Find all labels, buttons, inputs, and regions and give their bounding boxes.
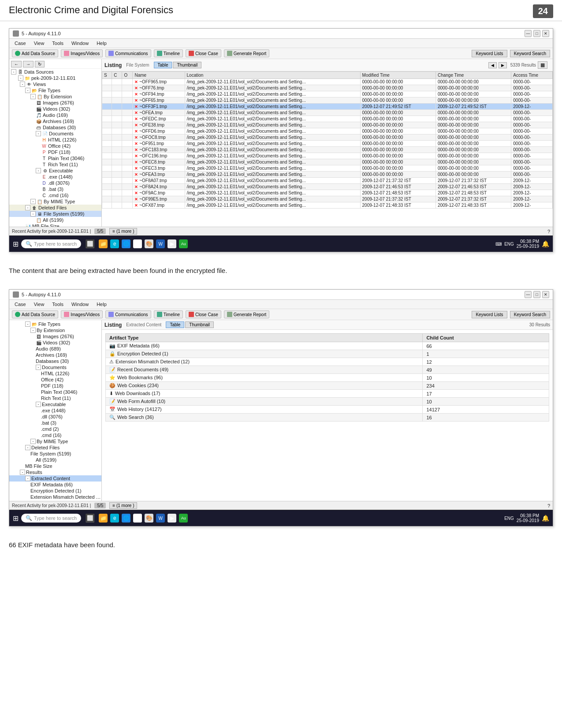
menu2-view[interactable]: View [30,301,48,308]
table-row[interactable]: ✕ ~OF8A24.tmp /img_pek-2009-12-11.E01/vo… [102,184,553,190]
col-change[interactable]: Change Time [435,72,511,79]
table-view-tab-2[interactable]: Table [166,321,184,328]
col-modified[interactable]: Modified Time [360,72,435,79]
deleted-toggle-2[interactable]: - [25,445,30,450]
sidebar-item-executable[interactable]: - ⚙ Executable [9,168,101,174]
list-item[interactable]: 📷EXIF Metadata (66) 66 [106,342,549,350]
sidebar2-item-encryption[interactable]: Encryption Detected (1) [9,488,101,494]
sidebar-item-by-extension[interactable]: - 📋 By Extension [9,93,101,100]
sidebar-item-dll[interactable]: D .dll (3076) [9,180,101,186]
sidebar-item-bat[interactable]: B .bat (3) [9,186,101,192]
sidebar-item-plain-text[interactable]: T Plain Text (3046) [9,155,101,161]
sidebar-item-case[interactable]: - 📁 pek-2009-12-11.E01 [9,75,101,81]
file-types-toggle-2[interactable]: - [25,321,30,327]
sidebar2-item-plain-text[interactable]: Plain Text (3046) [9,389,101,395]
table-row[interactable]: ✕ ~OFEC8.tmp /img_pek-2009-12-11.E01/vol… [102,159,553,165]
taskbar2-word-icon[interactable]: W [156,514,165,523]
keyword-lists-button[interactable]: Keyword Lists [472,50,507,57]
sidebar2-item-results[interactable]: - Results [9,469,101,475]
by-extension-toggle-2[interactable]: - [30,328,36,333]
table-row[interactable]: ✕ ~OF8A07.tmp /img_pek-2009-12-11.E01/vo… [102,178,553,184]
sidebar-item-deleted-files[interactable]: - 🗑 Deleted Files [9,205,101,211]
table-row[interactable]: ✕ ~OFF65.tmp /img_pek-2009-12-11.E01/vol… [102,97,553,104]
list-item[interactable]: ⭐Web Bookmarks (96) 10 [106,374,549,382]
table-view-tab[interactable]: Table [154,62,172,68]
timeline-button[interactable]: Timeline [154,49,183,57]
taskbar-paint-icon[interactable]: 🎨 [145,239,153,248]
results-toggle-2[interactable]: - [20,470,25,475]
sidebar2-item-images[interactable]: 🖼 Images (2676) [9,333,101,340]
sidebar2-item-exif[interactable]: EXIF Metadata (66) [9,482,101,488]
timeline-button-2[interactable]: Timeline [154,310,183,318]
deleted-files-toggle[interactable]: - [25,205,30,210]
keyword-search-button[interactable]: Keyword Search [510,50,550,57]
nav-refresh-button[interactable]: ↻ [35,61,45,67]
sidebar2-item-file-system[interactable]: File System (5199) [9,451,101,457]
sidebar2-item-by-extension[interactable]: - By Extension [9,327,101,333]
col-s[interactable]: S [102,72,112,79]
sidebar-item-office[interactable]: W Office (42) [9,143,101,149]
documents-toggle[interactable]: - [36,131,41,136]
sidebar-item-videos[interactable]: 🎬 Videos (302) [9,106,101,112]
maximize-button-2[interactable]: □ [533,291,540,298]
documents-toggle-2[interactable]: - [36,365,41,370]
table-row[interactable]: ✕ ~OFFD6.tmp /img_pek-2009-12-11.E01/vol… [102,128,553,134]
sidebar2-item-audio[interactable]: Audio (689) [9,346,101,352]
taskbar2-paint-icon[interactable]: 🎨 [145,514,153,523]
table-row[interactable]: ✕ ~OF99E5.tmp /img_pek-2009-12-11.E01/vo… [102,196,553,202]
sidebar2-item-executable[interactable]: - Executable [9,401,101,407]
minimize-button[interactable]: — [525,30,532,37]
views-toggle[interactable]: - [20,82,25,87]
taskbar-edge-icon[interactable]: e [110,239,119,248]
case-toggle[interactable]: - [18,75,23,81]
taskbar-media-icon[interactable]: ▶ [167,239,176,248]
menu2-tools[interactable]: Tools [48,301,67,308]
taskbar-file-explorer-icon[interactable]: 📁 [99,239,108,248]
col-o[interactable]: O [122,72,133,79]
file-system-toggle[interactable]: - [30,211,36,217]
status-more-button[interactable]: ≡ (1 more ) [109,228,137,235]
sidebar-item-mb-file-size[interactable]: 📊 MB File Size [9,223,101,227]
file-types-toggle[interactable]: - [25,88,30,93]
sidebar-item-by-mime[interactable]: - 📋 By MIME Type [9,198,101,205]
executable-toggle[interactable]: - [36,168,41,173]
sidebar2-item-html[interactable]: HTML (1226) [9,370,101,377]
table-row[interactable]: ✕ ~OFC183.tmp /img_pek-2009-12-11.E01/vo… [102,147,553,153]
close-button-2[interactable]: ✕ [542,291,549,298]
sidebar-item-rich-text[interactable]: T Rich Text (11) [9,161,101,168]
menu-view[interactable]: View [30,40,48,47]
keyword-search-button-2[interactable]: Keyword Search [510,311,550,318]
table-row[interactable]: ✕ ~OFE38.tmp /img_pek-2009-12-11.E01/vol… [102,122,553,128]
executable-toggle-2[interactable]: - [36,402,41,407]
grid-view-button[interactable]: ▦ [538,61,547,69]
list-item[interactable]: 🍪Web Cookies (234) 234 [106,382,549,390]
sidebar-item-images[interactable]: 🖼 Images (2676) [9,100,101,106]
by-extension-toggle[interactable]: - [30,94,36,99]
sidebar-item-databases[interactable]: 🗃 Databases (30) [9,124,101,131]
list-item[interactable]: 🔒Encryption Detected (1) 1 [106,350,549,358]
sidebar2-item-ext-mismatch[interactable]: Extension Mismatch Detected (12) [9,494,101,500]
col-c[interactable]: C [112,72,122,79]
keyword-lists-button-2[interactable]: Keyword Lists [472,311,507,318]
sidebar2-item-dll[interactable]: .dll (3076) [9,414,101,420]
taskbar2-ie-icon[interactable]: 🌐 [122,514,130,523]
sidebar2-item-deleted[interactable]: - Deleted Files [9,444,101,451]
table-row[interactable]: ✕ ~OFEC3.tmp /img_pek-2009-12-11.E01/vol… [102,165,553,172]
sidebar-item-archives[interactable]: 📦 Archives (169) [9,118,101,124]
status2-more-button[interactable]: ≡ (1 more ) [109,502,137,509]
add-data-source-button[interactable]: Add Data Source [12,49,58,57]
close-case-button-2[interactable]: Close Case [186,310,221,318]
taskbar-ie-icon[interactable]: 🌐 [122,239,130,248]
list-item[interactable]: 📝Recent Documents (49) 49 [106,366,549,374]
thumbnail-view-tab[interactable]: Thumbnail [173,62,201,68]
help-icon-2[interactable]: ? [547,503,550,508]
table-row[interactable]: ✕ ~OF9AC.tmp /img_pek-2009-12-11.E01/vol… [102,190,553,196]
menu2-window[interactable]: Window [68,301,92,308]
taskbar-search-box[interactable]: 🔍 Type here to search [21,239,81,248]
sidebar-item-file-types[interactable]: - 📂 File Types [9,87,101,93]
minimize-button-2[interactable]: — [525,291,532,298]
table-row[interactable]: ✕ ~OFEA3.tmp /img_pek-2009-12-11.E01/vol… [102,172,553,178]
table-row[interactable]: ✕ ~OFEDC.tmp /img_pek-2009-12-11.E01/vol… [102,116,553,122]
sidebar2-item-extracted-content[interactable]: - Extracted Content [9,475,101,482]
by-mime-toggle-2[interactable]: - [30,439,36,444]
